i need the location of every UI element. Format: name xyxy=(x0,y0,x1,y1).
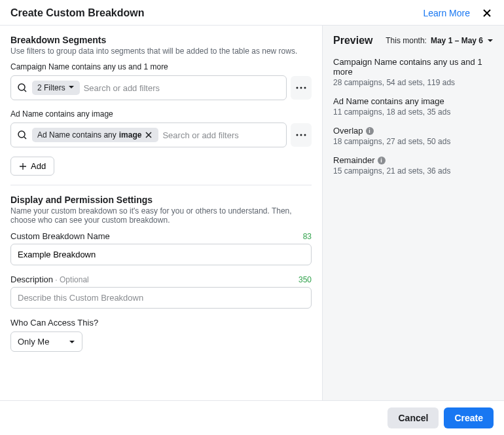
chevron-down-icon xyxy=(69,339,75,345)
search-icon xyxy=(16,129,28,141)
preview-item-stats: 11 campaigns, 18 ad sets, 35 ads xyxy=(333,107,494,117)
preview-title: Preview xyxy=(333,35,372,47)
segment-row: Ad Name contains any image xyxy=(10,123,312,147)
filter-chip[interactable]: 2 Filters xyxy=(32,81,80,95)
desc-label: Description xyxy=(10,274,53,284)
create-button[interactable]: Create xyxy=(444,407,494,428)
segments-subtitle: Use filters to group data into segments … xyxy=(10,47,312,56)
more-icon xyxy=(296,134,306,136)
chevron-down-icon xyxy=(68,83,75,92)
date-label: This month: xyxy=(386,36,427,45)
custom-breakdown-dialog: Create Custom Breakdown Learn More Break… xyxy=(0,0,504,435)
add-segment-button[interactable]: Add xyxy=(10,157,54,176)
close-icon xyxy=(145,131,153,139)
preview-item-stats: 28 campaigns, 54 ad sets, 119 ads xyxy=(333,78,494,87)
segment-label: Campaign Name contains any us and 1 more xyxy=(10,62,312,71)
preview-item-name: Campaign Name contains any us and 1 more xyxy=(333,57,494,77)
access-value: Only Me xyxy=(18,337,49,347)
dialog-footer: Cancel Create xyxy=(0,400,504,435)
filter-chip[interactable]: Ad Name contains any image xyxy=(32,128,158,142)
date-range-value: May 1 – May 6 xyxy=(431,36,483,45)
chip-remove-button[interactable] xyxy=(144,130,153,140)
section-divider xyxy=(10,185,312,185)
preview-header: Preview This month: May 1 – May 6 xyxy=(333,35,494,47)
preview-item-name-text: Overlap xyxy=(333,126,363,136)
preview-item-name-text: Remainder xyxy=(333,155,375,165)
desc-optional: · Optional xyxy=(53,275,89,284)
left-panel: Breakdown Segments Use filters to group … xyxy=(0,26,322,400)
plus-icon xyxy=(19,162,27,170)
preview-item-stats: 18 campaigns, 27 ad sets, 50 ads xyxy=(333,137,494,146)
svg-point-3 xyxy=(304,87,306,89)
svg-point-2 xyxy=(300,87,302,89)
dialog-body: Breakdown Segments Use filters to group … xyxy=(0,26,504,400)
breakdown-desc-input[interactable] xyxy=(10,287,312,309)
filter-box[interactable]: Ad Name contains any image xyxy=(10,123,287,147)
info-icon[interactable]: i xyxy=(366,127,374,135)
segment-more-button[interactable] xyxy=(291,123,312,147)
display-subtitle: Name your custom breakdown so it's easy … xyxy=(10,206,312,225)
svg-point-4 xyxy=(18,131,25,138)
preview-panel: Preview This month: May 1 – May 6 Campai… xyxy=(322,26,504,400)
close-icon xyxy=(482,8,492,18)
breakdown-name-input[interactable] xyxy=(10,244,312,265)
date-range-picker[interactable]: This month: May 1 – May 6 xyxy=(386,36,494,45)
access-select[interactable]: Only Me xyxy=(10,331,82,352)
segments-title: Breakdown Segments xyxy=(10,35,312,45)
preview-item-name: Ad Name contains any image xyxy=(333,96,494,106)
access-label: Who Can Access This? xyxy=(10,318,312,328)
preview-item: Campaign Name contains any us and 1 more… xyxy=(333,57,494,87)
desc-counter: 350 xyxy=(298,275,312,284)
close-button[interactable] xyxy=(480,7,494,20)
preview-item-name: Remainder i xyxy=(333,155,494,165)
desc-label-wrap: Description · Optional xyxy=(10,274,89,284)
preview-item: Ad Name contains any image 11 campaigns,… xyxy=(333,96,494,117)
display-title: Display and Permission Settings xyxy=(10,195,312,205)
learn-more-link[interactable]: Learn More xyxy=(423,8,470,18)
add-label: Add xyxy=(31,161,46,171)
preview-item-name: Overlap i xyxy=(333,126,494,136)
name-field-row: Custom Breakdown Name 83 xyxy=(10,231,312,241)
chevron-down-icon xyxy=(487,37,494,44)
chip-label: 2 Filters xyxy=(37,83,65,92)
info-icon[interactable]: i xyxy=(378,157,386,164)
svg-point-6 xyxy=(300,134,302,136)
svg-point-1 xyxy=(297,87,298,89)
filter-search-input[interactable] xyxy=(84,83,281,93)
segment-label: Ad Name contains any image xyxy=(10,109,312,119)
search-icon xyxy=(16,82,28,94)
svg-point-7 xyxy=(304,134,306,136)
filter-box[interactable]: 2 Filters xyxy=(10,75,287,100)
cancel-button[interactable]: Cancel xyxy=(387,407,439,428)
dialog-header: Create Custom Breakdown Learn More xyxy=(0,0,504,26)
name-counter: 83 xyxy=(303,232,312,241)
desc-field-row: Description · Optional 350 xyxy=(10,274,312,284)
svg-point-5 xyxy=(297,134,298,136)
svg-point-0 xyxy=(18,84,25,90)
preview-item-stats: 15 campaigns, 21 ad sets, 36 ads xyxy=(333,166,494,176)
more-icon xyxy=(296,86,306,89)
preview-item: Remainder i 15 campaigns, 21 ad sets, 36… xyxy=(333,155,494,176)
dialog-title: Create Custom Breakdown xyxy=(10,7,145,19)
header-actions: Learn More xyxy=(423,7,494,20)
chip-label-bold: image xyxy=(119,130,142,140)
chip-label-prefix: Ad Name contains any xyxy=(37,130,117,140)
preview-item: Overlap i 18 campaigns, 27 ad sets, 50 a… xyxy=(333,126,494,146)
filter-search-input[interactable] xyxy=(162,130,281,140)
segment-more-button[interactable] xyxy=(291,76,312,100)
name-label: Custom Breakdown Name xyxy=(10,231,110,241)
segment-row: 2 Filters xyxy=(10,75,312,100)
